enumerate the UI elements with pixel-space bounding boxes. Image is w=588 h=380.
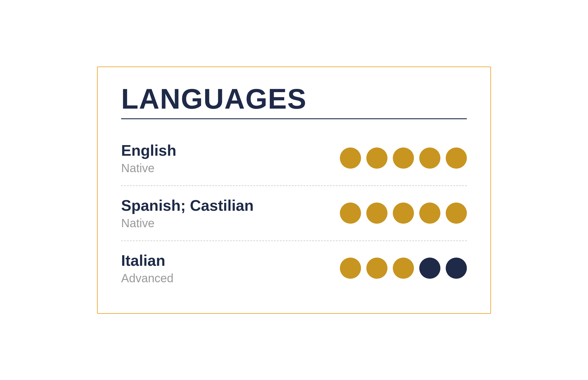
dots-spanish bbox=[340, 203, 467, 224]
language-level-spanish: Native bbox=[121, 217, 254, 230]
dot-spanish-1 bbox=[340, 203, 361, 224]
dot-italian-3 bbox=[393, 258, 414, 279]
dot-italian-1 bbox=[340, 258, 361, 279]
dot-italian-4 bbox=[419, 258, 440, 279]
dot-english-1 bbox=[340, 147, 361, 169]
language-row-italian: Italian Advanced bbox=[121, 240, 467, 296]
dot-spanish-3 bbox=[393, 203, 414, 224]
language-name-english: English bbox=[121, 142, 176, 159]
dot-spanish-2 bbox=[366, 203, 387, 224]
language-info-english: English Native bbox=[121, 142, 176, 175]
dot-english-4 bbox=[419, 147, 440, 169]
language-level-italian: Advanced bbox=[121, 272, 173, 285]
language-name-italian: Italian bbox=[121, 252, 173, 269]
dot-italian-5 bbox=[446, 258, 467, 279]
dot-spanish-4 bbox=[419, 203, 440, 224]
dot-italian-2 bbox=[366, 258, 387, 279]
dots-english bbox=[340, 147, 467, 169]
language-info-spanish: Spanish; Castilian Native bbox=[121, 197, 254, 230]
dot-spanish-5 bbox=[446, 203, 467, 224]
language-row-english: English Native bbox=[121, 131, 467, 185]
dot-english-2 bbox=[366, 147, 387, 169]
title-divider bbox=[121, 118, 467, 119]
language-info-italian: Italian Advanced bbox=[121, 252, 173, 285]
dot-english-3 bbox=[393, 147, 414, 169]
dots-italian bbox=[340, 258, 467, 279]
language-name-spanish: Spanish; Castilian bbox=[121, 197, 254, 214]
language-level-english: Native bbox=[121, 162, 176, 175]
dot-english-5 bbox=[446, 147, 467, 169]
language-row-spanish: Spanish; Castilian Native bbox=[121, 185, 467, 240]
languages-card: LANGUAGES English Native Spanish; Castil… bbox=[97, 67, 491, 314]
section-title: LANGUAGES bbox=[121, 85, 467, 113]
